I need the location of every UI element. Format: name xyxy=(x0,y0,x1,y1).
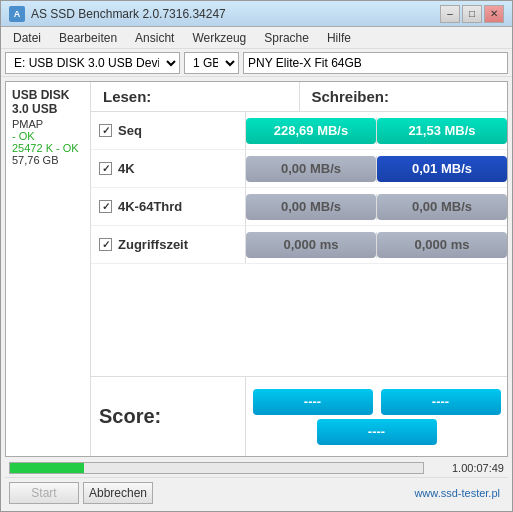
zugriff-lesen-value: 0,000 ms xyxy=(246,232,376,258)
window-controls: – □ ✕ xyxy=(440,5,504,23)
checkbox-zugriff[interactable]: ✓ xyxy=(99,238,112,251)
score-schreiben: ---- xyxy=(381,389,501,415)
toolbar: E: USB DISK 3.0 USB Device 1 GB PNY Elit… xyxy=(1,49,512,77)
bench-rows: ✓ Seq 228,69 MB/s 21,53 MB/s xyxy=(91,112,507,376)
menu-hilfe[interactable]: Hilfe xyxy=(319,29,359,47)
progress-bar xyxy=(9,462,424,474)
cells-seq: 228,69 MB/s 21,53 MB/s xyxy=(246,118,507,144)
4k-schreiben-value: 0,01 MB/s xyxy=(377,156,507,182)
seq-schreiben-cell: 21,53 MB/s xyxy=(377,118,507,144)
device-label: PNY Elite-X Fit 64GB xyxy=(243,52,508,74)
row-4k: ✓ 4K 0,00 MB/s 0,01 MB/s xyxy=(91,150,507,188)
row-zugriff: ✓ Zugriffszeit 0,000 ms 0,000 ms xyxy=(91,226,507,264)
score-cells: ---- ---- ---- xyxy=(246,377,507,456)
seq-lesen-value: 228,69 MB/s xyxy=(246,118,376,144)
menu-sprache[interactable]: Sprache xyxy=(256,29,317,47)
minimize-button[interactable]: – xyxy=(440,5,460,23)
maximize-button[interactable]: □ xyxy=(462,5,482,23)
4k64-lesen-cell: 0,00 MB/s xyxy=(246,194,377,220)
checkbox-seq[interactable]: ✓ xyxy=(99,124,112,137)
cells-4k64: 0,00 MB/s 0,00 MB/s xyxy=(246,194,507,220)
score-lesen: ---- xyxy=(253,389,373,415)
seq-schreiben-value: 21,53 MB/s xyxy=(377,118,507,144)
ok2-label: 25472 K - OK xyxy=(12,142,84,154)
zugriff-lesen-cell: 0,000 ms xyxy=(246,232,377,258)
right-panel: Lesen: Schreiben: ✓ Seq 228,69 MB/s xyxy=(91,82,507,456)
label-4k64: ✓ 4K-64Thrd xyxy=(91,188,246,225)
header-schreiben: Schreiben: xyxy=(300,82,508,112)
cancel-button[interactable]: Abbrechen xyxy=(83,482,153,504)
checkbox-4k64[interactable]: ✓ xyxy=(99,200,112,213)
menu-bar: Datei Bearbeiten Ansicht Werkzeug Sprach… xyxy=(1,27,512,49)
label-zugriff: ✓ Zugriffszeit xyxy=(91,226,246,263)
window-title: AS SSD Benchmark 2.0.7316.34247 xyxy=(31,7,226,21)
checkbox-4k[interactable]: ✓ xyxy=(99,162,112,175)
menu-ansicht[interactable]: Ansicht xyxy=(127,29,182,47)
disk-name: USB DISK 3.0 USB xyxy=(12,88,84,116)
4k-schreiben-cell: 0,01 MB/s xyxy=(377,156,507,182)
seq-lesen-cell: 228,69 MB/s xyxy=(246,118,377,144)
4k-lesen-value: 0,00 MB/s xyxy=(246,156,376,182)
website-label: www.ssd-tester.pl xyxy=(157,487,504,499)
ok1-label: - OK xyxy=(12,130,84,142)
menu-bearbeiten[interactable]: Bearbeiten xyxy=(51,29,125,47)
zugriff-schreiben-cell: 0,000 ms xyxy=(377,232,507,258)
4k64-lesen-value: 0,00 MB/s xyxy=(246,194,376,220)
header-lesen: Lesen: xyxy=(91,82,300,112)
4k-lesen-cell: 0,00 MB/s xyxy=(246,156,377,182)
left-panel: USB DISK 3.0 USB PMAP - OK 25472 K - OK … xyxy=(6,82,91,456)
4k64-schreiben-cell: 0,00 MB/s xyxy=(377,194,507,220)
size-select[interactable]: 1 GB xyxy=(184,52,239,74)
zugriff-schreiben-value: 0,000 ms xyxy=(377,232,507,258)
progress-bar-fill xyxy=(10,463,84,473)
label-seq: ✓ Seq xyxy=(91,112,246,149)
title-bar-left: A AS SSD Benchmark 2.0.7316.34247 xyxy=(9,6,226,22)
row-4k64: ✓ 4K-64Thrd 0,00 MB/s 0,00 MB/s xyxy=(91,188,507,226)
bench-header: Lesen: Schreiben: xyxy=(91,82,507,112)
score-total: ---- xyxy=(317,419,437,445)
score-label: Score: xyxy=(91,377,246,456)
disk-size: 57,76 GB xyxy=(12,154,84,166)
start-button[interactable]: Start xyxy=(9,482,79,504)
app-icon: A xyxy=(9,6,25,22)
progress-time: 1.00:07:49 xyxy=(424,462,504,474)
label-4k: ✓ 4K xyxy=(91,150,246,187)
bench-area: USB DISK 3.0 USB PMAP - OK 25472 K - OK … xyxy=(5,81,508,457)
4k64-schreiben-value: 0,00 MB/s xyxy=(377,194,507,220)
score-row: Score: ---- ---- ---- xyxy=(91,376,507,456)
close-button[interactable]: ✕ xyxy=(484,5,504,23)
title-bar: A AS SSD Benchmark 2.0.7316.34247 – □ ✕ xyxy=(1,1,512,27)
bottom-bar: Start Abbrechen www.ssd-tester.pl xyxy=(5,477,508,507)
main-content: USB DISK 3.0 USB PMAP - OK 25472 K - OK … xyxy=(1,77,512,511)
cells-zugriff: 0,000 ms 0,000 ms xyxy=(246,232,507,258)
score-top-row: ---- ---- xyxy=(253,389,501,415)
pmap-label: PMAP xyxy=(12,118,84,130)
main-window: A AS SSD Benchmark 2.0.7316.34247 – □ ✕ … xyxy=(0,0,513,512)
drive-select[interactable]: E: USB DISK 3.0 USB Device xyxy=(5,52,180,74)
progress-area: 1.00:07:49 xyxy=(5,457,508,477)
row-seq: ✓ Seq 228,69 MB/s 21,53 MB/s xyxy=(91,112,507,150)
menu-datei[interactable]: Datei xyxy=(5,29,49,47)
menu-werkzeug[interactable]: Werkzeug xyxy=(184,29,254,47)
cells-4k: 0,00 MB/s 0,01 MB/s xyxy=(246,156,507,182)
